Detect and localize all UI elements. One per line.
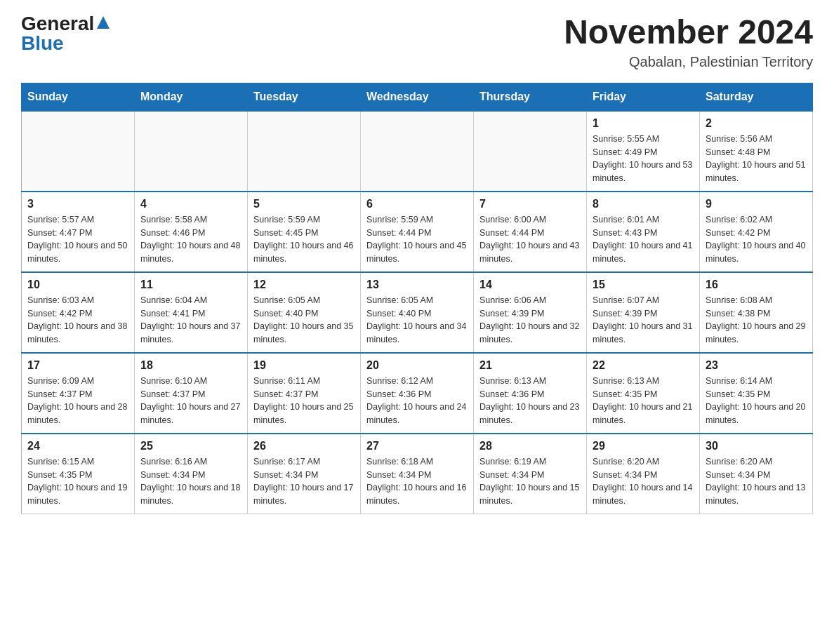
day-number: 17 — [27, 359, 128, 372]
day-number: 5 — [253, 198, 355, 210]
col-thursday: Thursday — [474, 83, 587, 111]
sun-info: Sunrise: 6:16 AMSunset: 4:34 PMDaylight:… — [140, 455, 241, 508]
calendar-cell: 19Sunrise: 6:11 AMSunset: 4:37 PMDayligh… — [248, 353, 361, 434]
day-number: 9 — [706, 198, 807, 210]
calendar-cell: 8Sunrise: 6:01 AMSunset: 4:43 PMDaylight… — [587, 192, 700, 272]
calendar-cell — [361, 111, 474, 192]
col-wednesday: Wednesday — [361, 83, 474, 111]
day-number: 28 — [479, 440, 581, 452]
sun-info: Sunrise: 6:06 AMSunset: 4:39 PMDaylight:… — [479, 294, 581, 347]
calendar-body: 1Sunrise: 5:55 AMSunset: 4:49 PMDaylight… — [22, 111, 813, 514]
sun-info: Sunrise: 6:20 AMSunset: 4:34 PMDaylight:… — [706, 455, 807, 508]
day-number: 3 — [27, 198, 128, 210]
sun-info: Sunrise: 5:55 AMSunset: 4:49 PMDaylight:… — [593, 133, 694, 185]
page-header: General Blue November 2024 Qabalan, Pale… — [21, 14, 813, 70]
calendar-cell: 24Sunrise: 6:15 AMSunset: 4:35 PMDayligh… — [22, 434, 135, 514]
calendar-week-row: 1Sunrise: 5:55 AMSunset: 4:49 PMDaylight… — [22, 111, 813, 192]
col-saturday: Saturday — [700, 83, 813, 111]
day-number: 27 — [366, 440, 468, 452]
day-number: 6 — [366, 198, 468, 210]
calendar-week-row: 17Sunrise: 6:09 AMSunset: 4:37 PMDayligh… — [22, 353, 813, 434]
sun-info: Sunrise: 6:18 AMSunset: 4:34 PMDaylight:… — [366, 455, 468, 508]
day-number: 2 — [706, 117, 807, 130]
sun-info: Sunrise: 6:13 AMSunset: 4:36 PMDaylight:… — [479, 375, 581, 427]
day-number: 29 — [593, 440, 694, 452]
day-number: 7 — [479, 198, 581, 210]
col-sunday: Sunday — [22, 83, 135, 111]
calendar-cell: 12Sunrise: 6:05 AMSunset: 4:40 PMDayligh… — [248, 272, 361, 353]
calendar-cell — [135, 111, 248, 192]
svg-marker-0 — [97, 16, 110, 29]
sun-info: Sunrise: 6:11 AMSunset: 4:37 PMDaylight:… — [253, 375, 355, 427]
calendar-cell: 30Sunrise: 6:20 AMSunset: 4:34 PMDayligh… — [700, 434, 813, 514]
sun-info: Sunrise: 6:20 AMSunset: 4:34 PMDaylight:… — [593, 455, 694, 508]
calendar-cell: 6Sunrise: 5:59 AMSunset: 4:44 PMDaylight… — [361, 192, 474, 272]
calendar-cell: 10Sunrise: 6:03 AMSunset: 4:42 PMDayligh… — [22, 272, 135, 353]
calendar-cell — [22, 111, 135, 192]
logo-blue-text: Blue — [21, 34, 64, 53]
calendar-location: Qabalan, Palestinian Territory — [564, 54, 813, 70]
calendar-cell: 28Sunrise: 6:19 AMSunset: 4:34 PMDayligh… — [474, 434, 587, 514]
day-number: 4 — [140, 198, 241, 210]
sun-info: Sunrise: 6:10 AMSunset: 4:37 PMDaylight:… — [140, 375, 241, 427]
day-number: 1 — [593, 117, 694, 130]
calendar-cell: 7Sunrise: 6:00 AMSunset: 4:44 PMDaylight… — [474, 192, 587, 272]
sun-info: Sunrise: 6:07 AMSunset: 4:39 PMDaylight:… — [593, 294, 694, 347]
days-of-week-row: Sunday Monday Tuesday Wednesday Thursday… — [22, 83, 813, 111]
sun-info: Sunrise: 6:04 AMSunset: 4:41 PMDaylight:… — [140, 294, 241, 347]
calendar-week-row: 10Sunrise: 6:03 AMSunset: 4:42 PMDayligh… — [22, 272, 813, 353]
calendar-cell: 1Sunrise: 5:55 AMSunset: 4:49 PMDaylight… — [587, 111, 700, 192]
calendar-cell: 29Sunrise: 6:20 AMSunset: 4:34 PMDayligh… — [587, 434, 700, 514]
calendar-cell: 16Sunrise: 6:08 AMSunset: 4:38 PMDayligh… — [700, 272, 813, 353]
day-number: 8 — [593, 198, 694, 210]
calendar-title-block: November 2024 Qabalan, Palestinian Terri… — [564, 14, 813, 70]
calendar-week-row: 3Sunrise: 5:57 AMSunset: 4:47 PMDaylight… — [22, 192, 813, 272]
calendar-week-row: 24Sunrise: 6:15 AMSunset: 4:35 PMDayligh… — [22, 434, 813, 514]
day-number: 21 — [479, 359, 581, 372]
sun-info: Sunrise: 5:56 AMSunset: 4:48 PMDaylight:… — [706, 133, 807, 185]
logo-triangle-icon — [95, 15, 111, 30]
sun-info: Sunrise: 6:15 AMSunset: 4:35 PMDaylight:… — [27, 455, 128, 508]
col-monday: Monday — [135, 83, 248, 111]
calendar-cell: 11Sunrise: 6:04 AMSunset: 4:41 PMDayligh… — [135, 272, 248, 353]
day-number: 26 — [253, 440, 355, 452]
calendar-cell: 20Sunrise: 6:12 AMSunset: 4:36 PMDayligh… — [361, 353, 474, 434]
calendar-cell: 15Sunrise: 6:07 AMSunset: 4:39 PMDayligh… — [587, 272, 700, 353]
day-number: 22 — [593, 359, 694, 372]
sun-info: Sunrise: 6:03 AMSunset: 4:42 PMDaylight:… — [27, 294, 128, 347]
calendar-cell: 27Sunrise: 6:18 AMSunset: 4:34 PMDayligh… — [361, 434, 474, 514]
calendar-table: Sunday Monday Tuesday Wednesday Thursday… — [21, 83, 813, 514]
col-tuesday: Tuesday — [248, 83, 361, 111]
calendar-cell: 22Sunrise: 6:13 AMSunset: 4:35 PMDayligh… — [587, 353, 700, 434]
sun-info: Sunrise: 6:09 AMSunset: 4:37 PMDaylight:… — [27, 375, 128, 427]
calendar-cell: 13Sunrise: 6:05 AMSunset: 4:40 PMDayligh… — [361, 272, 474, 353]
day-number: 13 — [366, 279, 468, 291]
day-number: 12 — [253, 279, 355, 291]
sun-info: Sunrise: 6:05 AMSunset: 4:40 PMDaylight:… — [253, 294, 355, 347]
sun-info: Sunrise: 6:12 AMSunset: 4:36 PMDaylight:… — [366, 375, 468, 427]
sun-info: Sunrise: 6:14 AMSunset: 4:35 PMDaylight:… — [706, 375, 807, 427]
sun-info: Sunrise: 6:17 AMSunset: 4:34 PMDaylight:… — [253, 455, 355, 508]
day-number: 10 — [27, 279, 128, 291]
sun-info: Sunrise: 6:02 AMSunset: 4:42 PMDaylight:… — [706, 213, 807, 266]
day-number: 19 — [253, 359, 355, 372]
calendar-cell: 2Sunrise: 5:56 AMSunset: 4:48 PMDaylight… — [700, 111, 813, 192]
logo-general-text: General — [21, 14, 94, 34]
sun-info: Sunrise: 6:08 AMSunset: 4:38 PMDaylight:… — [706, 294, 807, 347]
day-number: 24 — [27, 440, 128, 452]
day-number: 25 — [140, 440, 241, 452]
calendar-cell — [474, 111, 587, 192]
day-number: 20 — [366, 359, 468, 372]
sun-info: Sunrise: 6:13 AMSunset: 4:35 PMDaylight:… — [593, 375, 694, 427]
calendar-cell: 9Sunrise: 6:02 AMSunset: 4:42 PMDaylight… — [700, 192, 813, 272]
sun-info: Sunrise: 5:58 AMSunset: 4:46 PMDaylight:… — [140, 213, 241, 266]
sun-info: Sunrise: 5:57 AMSunset: 4:47 PMDaylight:… — [27, 213, 128, 266]
calendar-cell — [248, 111, 361, 192]
calendar-cell: 25Sunrise: 6:16 AMSunset: 4:34 PMDayligh… — [135, 434, 248, 514]
col-friday: Friday — [587, 83, 700, 111]
day-number: 15 — [593, 279, 694, 291]
day-number: 14 — [479, 279, 581, 291]
calendar-cell: 14Sunrise: 6:06 AMSunset: 4:39 PMDayligh… — [474, 272, 587, 353]
calendar-cell: 5Sunrise: 5:59 AMSunset: 4:45 PMDaylight… — [248, 192, 361, 272]
calendar-cell: 3Sunrise: 5:57 AMSunset: 4:47 PMDaylight… — [22, 192, 135, 272]
